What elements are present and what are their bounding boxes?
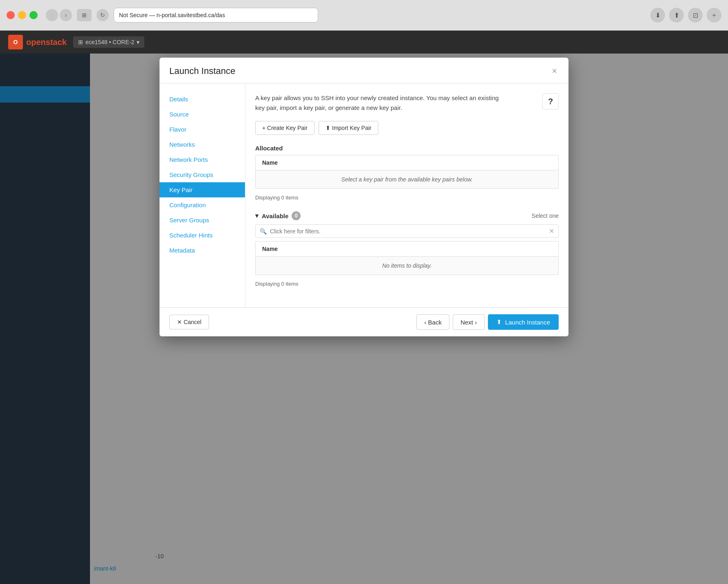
nav-item-metadata[interactable]: Metadata <box>160 243 245 258</box>
modal-content-area: ? A key pair allows you to SSH into your… <box>245 83 568 307</box>
page-background: imant-k8 -10 Launch Instance × Details S… <box>0 54 728 584</box>
openstack-logo: O openstack <box>8 35 67 49</box>
back-label: ‹ Back <box>424 319 442 326</box>
openstack-text: openstack <box>26 38 67 47</box>
maximize-traffic-light[interactable] <box>29 11 38 19</box>
sidebar-toggle-button[interactable]: ⊞ <box>77 9 92 21</box>
close-traffic-light[interactable] <box>7 11 15 19</box>
project-selector[interactable]: ⊞ ece1548 • CORE-2 ▾ <box>73 36 144 48</box>
allocated-title: Allocated <box>255 145 559 152</box>
help-icon: ? <box>548 97 553 106</box>
modal-footer: ✕ Cancel ‹ Back Next › ⬆ Launch Instance <box>160 307 568 336</box>
cancel-label: ✕ Cancel <box>177 319 201 325</box>
select-one-label: Select one <box>532 213 559 219</box>
nav-item-configuration[interactable]: Configuration <box>160 197 245 213</box>
chevron-down-icon[interactable]: ▾ <box>255 212 258 219</box>
back-button[interactable]: ‹ Back <box>416 314 449 330</box>
next-button[interactable]: Next › <box>453 314 485 330</box>
launch-instance-button[interactable]: ⬆ Launch Instance <box>488 314 559 330</box>
nav-item-source[interactable]: Source <box>160 107 245 122</box>
address-text: Not Secure — n-portal.savitestbed.ca/das <box>119 12 225 18</box>
cancel-button[interactable]: ✕ Cancel <box>169 315 209 329</box>
browser-actions: ⬇ ⬆ ⊡ ＋ <box>650 8 721 22</box>
modal-title: Launch Instance <box>169 66 235 76</box>
allocated-footer: Displaying 0 items <box>255 192 559 203</box>
project-icon: ⊞ <box>78 39 83 45</box>
modal-body: Details Source Flavor Networks Network P… <box>160 83 568 307</box>
available-left: ▾ Available 0 <box>255 211 301 220</box>
nav-buttons: ‹ › <box>46 9 72 21</box>
create-key-pair-button[interactable]: + Create Key Pair <box>255 121 315 135</box>
traffic-lights <box>7 11 38 19</box>
modal-sidebar: Details Source Flavor Networks Network P… <box>160 83 245 307</box>
filter-clear-icon[interactable]: ✕ <box>549 227 554 235</box>
filter-container: 🔍 ✕ <box>255 224 559 238</box>
nav-item-scheduler-hints[interactable]: Scheduler Hints <box>160 228 245 243</box>
minimize-traffic-light[interactable] <box>18 11 26 19</box>
create-key-pair-label: + Create Key Pair <box>262 125 308 131</box>
filter-input[interactable] <box>270 228 546 235</box>
new-tab-button[interactable]: ＋ <box>707 8 721 22</box>
fullscreen-button[interactable]: ⊡ <box>688 8 703 22</box>
address-bar[interactable]: Not Secure — n-portal.savitestbed.ca/das <box>114 8 318 22</box>
reload-button[interactable]: ↻ <box>97 9 109 21</box>
next-label: Next › <box>461 319 477 326</box>
description-text: A key pair allows you to SSH into your n… <box>255 93 509 113</box>
import-key-pair-button[interactable]: ⬆ Import Key Pair <box>319 121 378 135</box>
openstack-icon: O <box>8 35 23 49</box>
import-key-pair-label: ⬆ Import Key Pair <box>326 125 371 131</box>
search-icon: 🔍 <box>260 228 267 235</box>
nav-item-security-groups[interactable]: Security Groups <box>160 167 245 182</box>
modal-close-button[interactable]: × <box>550 67 559 76</box>
nav-item-details[interactable]: Details <box>160 92 245 107</box>
available-footer: Displaying 0 items <box>255 278 559 289</box>
project-text: ece1548 • CORE-2 <box>85 39 134 45</box>
forward-nav-button[interactable]: › <box>60 9 72 21</box>
available-column-name: Name <box>256 242 558 257</box>
available-table: Name No items to display. <box>255 241 559 275</box>
browser-chrome: ‹ › ⊞ ↻ Not Secure — n-portal.savitestbe… <box>0 0 728 31</box>
footer-right: ‹ Back Next › ⬆ Launch Instance <box>416 314 559 330</box>
help-button[interactable]: ? <box>542 93 559 110</box>
allocated-table: Name Select a key pair from the availabl… <box>255 155 559 189</box>
nav-item-networks[interactable]: Networks <box>160 137 245 152</box>
openstack-brand: open <box>26 38 46 47</box>
project-dropdown-icon: ▾ <box>137 39 139 45</box>
launch-cloud-icon: ⬆ <box>497 318 502 326</box>
allocated-empty-message: Select a key pair from the available key… <box>256 170 558 188</box>
available-empty-message: No items to display. <box>256 257 558 275</box>
openstack-bar: O openstack ⊞ ece1548 • CORE-2 ▾ <box>0 31 728 54</box>
launch-instance-modal: Launch Instance × Details Source Flavor … <box>160 58 568 336</box>
nav-item-network-ports[interactable]: Network Ports <box>160 152 245 167</box>
nav-item-key-pair[interactable]: Key Pair <box>160 182 245 197</box>
available-header: ▾ Available 0 Select one <box>255 211 559 220</box>
action-buttons: + Create Key Pair ⬆ Import Key Pair <box>255 121 559 135</box>
nav-item-flavor[interactable]: Flavor <box>160 122 245 137</box>
download-button[interactable]: ⬇ <box>650 8 665 22</box>
modal-header: Launch Instance × <box>160 58 568 83</box>
modal-overlay: Launch Instance × Details Source Flavor … <box>0 54 728 584</box>
allocated-column-name: Name <box>256 155 558 170</box>
available-label: Available <box>262 213 288 219</box>
launch-label: Launch Instance <box>505 319 550 326</box>
nav-item-server-groups[interactable]: Server Groups <box>160 213 245 228</box>
back-nav-button[interactable]: ‹ <box>46 9 58 21</box>
available-count-badge: 0 <box>292 211 301 220</box>
share-button[interactable]: ⬆ <box>669 8 684 22</box>
footer-left: ✕ Cancel <box>169 315 209 329</box>
openstack-brand-bold: stack <box>46 38 67 47</box>
